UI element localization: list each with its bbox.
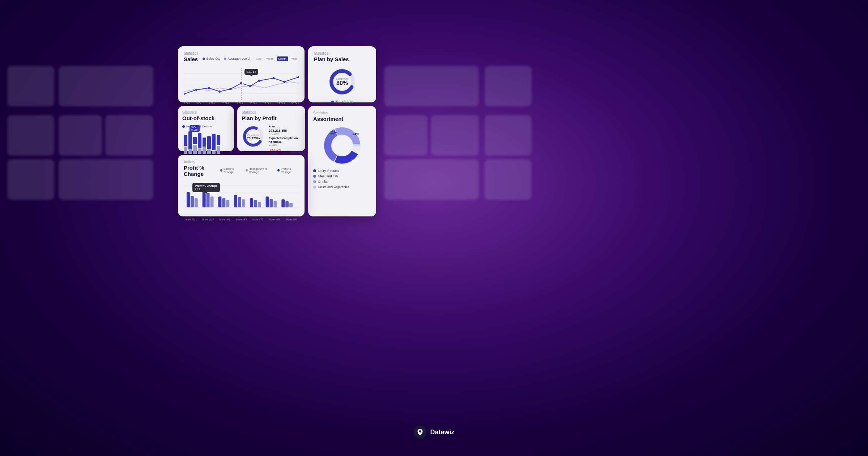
assortment-card: Statistics Assortment 11% 24% 35% Dairy … (308, 106, 376, 216)
filter-year[interactable]: Year (289, 56, 299, 61)
svg-rect-33 (195, 198, 198, 207)
svg-rect-46 (266, 197, 269, 207)
plan-sales-label: Statistics (314, 51, 370, 55)
out-stock-chart: 3 Oct5 156 (182, 130, 230, 154)
plan-sales-card: Statistics Plan by Sales Completed 80% P… (308, 46, 376, 102)
filter-day[interactable]: Day (255, 56, 263, 61)
legend-meat: Meat and fish (313, 174, 371, 178)
sales-line-chart (184, 68, 299, 100)
svg-rect-31 (187, 192, 190, 207)
svg-point-14 (298, 76, 299, 78)
svg-rect-45 (258, 202, 261, 207)
plan-profit-stats: Plan 293,215,355 +70.09% Expected comple… (269, 125, 298, 151)
legend-dairy: Dairy products (313, 169, 371, 173)
sales-legend: Sales Qty Average receipt (203, 57, 250, 60)
svg-rect-40 (234, 195, 237, 207)
profit-change-card: Activity Profit % Change Sales % Change … (178, 155, 305, 216)
svg-point-7 (218, 90, 221, 93)
logo-text: Datawiz (430, 428, 454, 436)
time-filter-group[interactable]: Day Week Month Year (255, 56, 299, 61)
profit-change-legend: Sales % Change Receipt Qty % Change Prof… (220, 167, 299, 174)
svg-rect-51 (289, 203, 293, 207)
plan-profit-donut: Completed 70.273% (242, 125, 265, 148)
plan-profit-label: Statistics (242, 110, 301, 114)
svg-point-52 (419, 430, 421, 432)
svg-point-25 (332, 135, 352, 156)
logo: Datawiz (413, 426, 454, 439)
neg-percent: -35.712% (269, 148, 281, 151)
svg-rect-41 (238, 197, 241, 207)
svg-rect-42 (242, 199, 245, 207)
profit-change-card-label: Activity (184, 160, 220, 164)
sales-card-title: Sales (184, 56, 198, 62)
svg-rect-48 (273, 201, 277, 207)
assortment-legend: Dairy products Meat and fish Drinks Frui… (313, 169, 371, 189)
out-stock-label: Statistics (182, 110, 230, 114)
sales-tooltip: $2,714 (244, 69, 258, 75)
svg-rect-39 (226, 200, 229, 207)
profit-change-card-title: Profit % Change (184, 165, 220, 177)
svg-point-10 (249, 85, 251, 87)
svg-point-12 (272, 77, 275, 79)
svg-rect-37 (218, 197, 221, 207)
assortment-label: Statistics (313, 111, 371, 115)
svg-rect-44 (254, 200, 257, 207)
out-stock-tooltip: 3 Oct5 156 (190, 125, 200, 132)
logo-icon (413, 426, 426, 439)
filter-month[interactable]: Month (277, 56, 288, 61)
svg-rect-32 (191, 196, 194, 207)
plan-profit-title: Plan by Profit (242, 115, 301, 121)
sales-chart: $2,714 1 (184, 68, 299, 101)
sales-card: Statistics Sales Sales Qty Average recei… (178, 46, 305, 102)
out-stock-title: Out-of-stock (182, 115, 230, 121)
svg-point-6 (208, 87, 210, 89)
plan-sales-donut-container: Completed 80% Plan +6.70% Expected compl… (314, 66, 370, 109)
svg-rect-43 (250, 198, 253, 207)
profit-change-tooltip: Profit % Change 29,2 (192, 183, 220, 192)
profit-change-chart: Profit % Change 29,2 (184, 182, 299, 216)
svg-point-13 (283, 81, 285, 83)
legend-fruits: Fruits and vegetables (313, 185, 371, 189)
plan-profit-content: Completed 70.273% Plan 293,215,355 +70.0… (242, 125, 301, 151)
svg-point-5 (195, 89, 197, 91)
segment-label-35: 35% (351, 159, 358, 162)
plan-profit-card: Statistics Plan by Profit Completed 70.2… (237, 106, 305, 151)
filter-week[interactable]: Week (264, 56, 275, 61)
svg-rect-49 (281, 199, 285, 207)
svg-rect-50 (285, 201, 289, 207)
plan-sales-donut: Completed 80% (328, 67, 357, 96)
svg-rect-35 (207, 193, 210, 207)
out-stock-card: Statistics Out-of-stock Severity Decline… (178, 106, 234, 151)
svg-point-11 (258, 80, 260, 82)
svg-rect-47 (270, 199, 273, 207)
assortment-title: Assortment (313, 116, 371, 122)
segment-label-11: 11% (330, 131, 337, 134)
plan-sales-legend: Plan +6.70% (331, 100, 353, 104)
svg-rect-38 (222, 198, 225, 207)
legend-sales-qty: Sales Qty (203, 57, 220, 60)
sales-card-label: Statistics (184, 51, 198, 55)
svg-point-8 (229, 88, 231, 90)
legend-drinks: Drinks (313, 180, 371, 183)
assortment-donut: 11% 24% 35% (322, 126, 362, 165)
svg-rect-36 (210, 197, 214, 207)
legend-avg-receipt: Average receipt (224, 57, 250, 60)
plan-sales-title: Plan by Sales (314, 56, 370, 62)
segment-label-24: 24% (353, 132, 359, 136)
